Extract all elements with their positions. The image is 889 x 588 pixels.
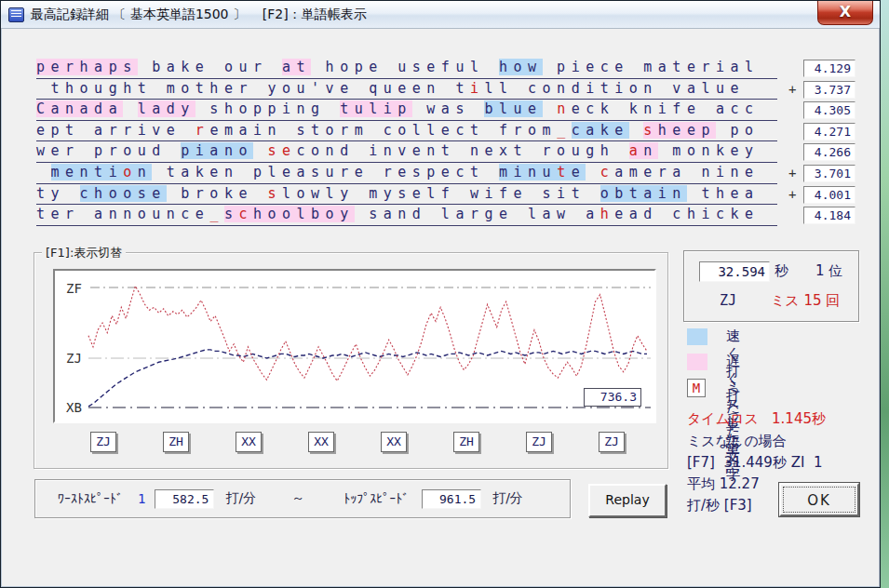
missed-char: a [629, 142, 644, 159]
word-segment: monkey [658, 142, 760, 159]
word-segment: hope useful [311, 59, 499, 75]
score-plus-sign: + [788, 82, 796, 97]
app-icon [8, 7, 24, 22]
word-segment: bake our [138, 59, 282, 75]
word-line: ter announce_schoolboy sand large law ah… [36, 205, 777, 226]
worst-speed-field: 582.5 [155, 489, 214, 509]
missed-char: r [195, 122, 210, 139]
word-segment [36, 164, 51, 180]
word-segment: thea [687, 185, 760, 202]
word-segment: shopping [195, 100, 340, 117]
top-speed-label: ﾄｯﾌﾟｽﾋﾟｰﾄﾞ [343, 491, 409, 506]
word-segment: ter announce [36, 206, 209, 222]
word-segment: piece material [543, 59, 760, 75]
segment-rank-box: ZJ [526, 432, 552, 452]
line-time-field: 4.184 [803, 207, 855, 224]
word-segment [586, 164, 600, 180]
word-segment: obtain [600, 185, 687, 202]
word-segment: Canada [36, 100, 123, 117]
word-segment [629, 122, 644, 139]
word-segment: hoolboy [253, 206, 355, 222]
word-speed-line [88, 287, 647, 381]
word-segment: ept arrive [36, 122, 195, 139]
segment-rank-box: XX [308, 432, 334, 452]
no-miss-label: ミスなしの場合 [687, 433, 787, 450]
score-plus-sign: + [788, 187, 796, 202]
word-segment: n [138, 164, 153, 180]
average-speed-label-1: 平均 12.27 [687, 475, 760, 493]
f7-stat-label: [F7] 31.449秒 ZI 1 [687, 454, 822, 472]
title-bar[interactable]: 最高記録詳細 〔 基本英単語1500 〕 [F2]：単語帳表示 X [1, 1, 880, 29]
replay-button[interactable]: Replay [588, 484, 667, 517]
word-segment: po [716, 122, 760, 139]
word-segment: lowly myself wife sit [282, 185, 600, 202]
missed-char: o [123, 164, 138, 180]
segment-rank-box: XX [236, 432, 262, 452]
grade-label: ZJ [720, 292, 736, 309]
missed-char: i [470, 80, 485, 97]
word-segment: eck knife acc [572, 100, 760, 117]
missed-char: se [268, 142, 297, 159]
f1-display-toggle-group: [F1]:表示切替 ZF ZJ XB 736.3 ZJZHXXXXXXZHZJZ… [34, 252, 668, 469]
chart-tick-row: ZJZHXXXXXXZHZJZJ [90, 432, 625, 452]
word-segment: blue [484, 100, 542, 117]
ok-button[interactable]: OK [779, 483, 859, 516]
missed-char: s [643, 122, 658, 139]
worst-speed-label: ﾜｰｽﾄｽﾋﾟｰﾄﾞ [58, 491, 123, 506]
word-segment: wer proud [36, 142, 181, 159]
missed-char: c [600, 164, 615, 180]
missed-char: n [557, 100, 572, 117]
slow-word-swatch [687, 354, 707, 370]
line-time-field: 4.305 [803, 101, 855, 119]
speed-annotation-box: 736.3 [584, 388, 641, 407]
word-segment: taken pleasure respect [152, 164, 499, 180]
segment-rank-box: ZH [163, 432, 189, 452]
word-segment [253, 142, 268, 159]
word-segment: at [282, 59, 311, 75]
line-time-field: 3.737 [803, 81, 855, 99]
word-segment: piano [181, 142, 253, 159]
word-segment: minu [499, 164, 557, 180]
axis-label-zf: ZF [66, 281, 82, 296]
word-segment: lady [138, 100, 195, 117]
line-time-field: 3.701 [803, 165, 855, 182]
missed-char: c [238, 206, 253, 222]
missed-char: _ [209, 206, 224, 222]
line-time-field: 4.001 [803, 186, 855, 204]
tilde-separator: ～ [291, 490, 304, 507]
speed-range-bar: ﾜｰｽﾄｽﾋﾟｰﾄﾞ 1 582.5 打/分 ～ ﾄｯﾌﾟｽﾋﾟｰﾄﾞ 961.… [34, 479, 571, 518]
close-button[interactable]: X [817, 1, 873, 25]
line-time-field: 4.129 [803, 60, 855, 77]
line-time-field: 4.271 [803, 123, 855, 140]
word-segment: was [412, 100, 485, 117]
word-segment: perhaps [36, 59, 138, 75]
word-segment: emain storm collect from [209, 122, 557, 139]
line-time-field: 4.266 [803, 143, 855, 161]
result-panel: 32.594 秒 1 位 ZJ ミス 15 回 [683, 250, 859, 322]
word-line: mention taken pleasure respect minute ca… [36, 163, 777, 184]
axis-label-zj: ZJ [66, 351, 82, 366]
dialog-window: 最高記録詳細 〔 基本英単語1500 〕 [F2]：単語帳表示 X perhap… [0, 0, 881, 588]
word-segment: s [224, 206, 239, 222]
word-segment: cond invent next rough [297, 142, 629, 159]
f1-group-label: [F1]:表示切替 [42, 245, 126, 261]
word-segment: n [643, 142, 658, 159]
word-segment: how [499, 59, 543, 75]
word-line: wer proud piano second invent next rough… [36, 141, 777, 163]
word-segment: amera nine [614, 164, 759, 180]
word-segment: tulip [340, 100, 412, 117]
time-unit-label: 秒 [775, 262, 788, 280]
missed-char: t [557, 164, 572, 180]
word-segment [123, 100, 138, 117]
word-line: ty choose broke slowly myself wife sit o… [36, 184, 777, 206]
word-list: perhaps bake our at hope useful how piec… [36, 58, 777, 226]
segment-rank-box: ZH [453, 432, 479, 452]
top-speed-unit: 打/分 [492, 490, 523, 507]
axis-label-xb: XB [66, 400, 82, 415]
score-plus-sign: + [788, 166, 796, 180]
rank-label: 1 位 [815, 262, 842, 280]
miss-count-label: ミス 15 回 [771, 292, 840, 310]
word-segment: broke [167, 185, 268, 202]
word-segment: e [572, 164, 586, 180]
speed-chart: ZF ZJ XB 736.3 [53, 269, 656, 423]
